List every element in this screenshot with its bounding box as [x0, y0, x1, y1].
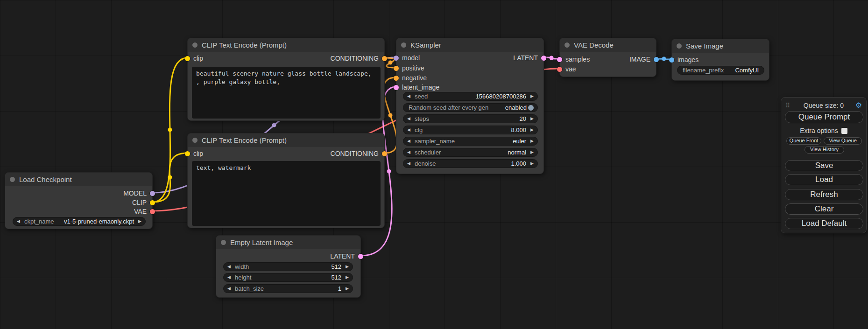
increment-arrow-icon[interactable]: ▶	[530, 137, 534, 146]
queue-prompt-button[interactable]: Queue Prompt	[785, 111, 863, 123]
increment-arrow-icon[interactable]: ▶	[530, 159, 534, 168]
increment-arrow-icon[interactable]: ▶	[138, 217, 141, 226]
clear-button[interactable]: Clear	[785, 203, 863, 215]
collapse-dot[interactable]	[401, 42, 406, 48]
node-ksampler[interactable]: KSampler model positive negative latent_…	[396, 38, 544, 174]
node-titlebar[interactable]: Save Image	[672, 39, 769, 53]
clip-slot-dot[interactable]	[185, 56, 190, 61]
conditioning-slot-dot[interactable]	[394, 76, 399, 81]
cfg-widget[interactable]: ◀ cfg 8.000 ▶	[403, 126, 538, 134]
steps-widget[interactable]: ◀ steps 20 ▶	[403, 114, 538, 123]
refresh-button[interactable]: Refresh	[785, 189, 863, 200]
decrement-arrow-icon[interactable]: ◀	[227, 262, 231, 271]
node-save-image[interactable]: Save Image images filename_prefix ComfyU…	[671, 39, 769, 81]
latent-slot-dot[interactable]	[541, 56, 546, 61]
node-clip-text-encode-negative[interactable]: CLIP Text Encode (Prompt) clip CONDITION…	[187, 133, 385, 228]
prompt-text-input[interactable]: text, watermark	[192, 161, 381, 226]
increment-arrow-icon[interactable]: ▶	[530, 126, 534, 134]
node-empty-latent-image[interactable]: Empty Latent Image LATENT ◀ width 512 ▶ …	[216, 235, 361, 298]
input-slot-samples[interactable]: samples	[557, 56, 590, 63]
collapse-dot[interactable]	[677, 43, 682, 49]
view-queue-button[interactable]: View Queue	[824, 137, 862, 145]
node-titlebar[interactable]: VAE Decode	[560, 38, 656, 52]
increment-arrow-icon[interactable]: ▶	[346, 273, 349, 282]
collapse-dot[interactable]	[221, 240, 226, 245]
input-slot-latent-image[interactable]: latent_image	[394, 84, 439, 91]
model-slot-dot[interactable]	[394, 56, 399, 61]
seed-widget[interactable]: ◀ seed 156680208700286 ▶	[403, 92, 538, 101]
queue-front-button[interactable]: Queue Front	[786, 137, 821, 145]
decrement-arrow-icon[interactable]: ◀	[227, 273, 231, 282]
prompt-text-input[interactable]: beautiful scenery nature glass bottle la…	[192, 67, 381, 119]
decrement-arrow-icon[interactable]: ◀	[407, 159, 410, 168]
input-slot-clip[interactable]: clip	[185, 150, 203, 157]
latent-slot-dot[interactable]	[358, 254, 363, 259]
node-titlebar[interactable]: CLIP Text Encode (Prompt)	[188, 38, 384, 52]
clip-slot-dot[interactable]	[150, 200, 155, 205]
vae-slot-dot[interactable]	[150, 209, 155, 214]
output-slot-model[interactable]: MODEL	[123, 189, 155, 197]
latent-slot-dot[interactable]	[394, 85, 399, 90]
output-slot-conditioning[interactable]: CONDITIONING	[331, 55, 387, 62]
decrement-arrow-icon[interactable]: ◀	[227, 284, 231, 293]
batch-size-widget[interactable]: ◀ batch_size 1 ▶	[223, 284, 353, 293]
collapse-dot[interactable]	[192, 138, 198, 143]
input-slot-vae[interactable]: vae	[557, 65, 576, 73]
increment-arrow-icon[interactable]: ▶	[530, 92, 534, 101]
node-load-checkpoint[interactable]: Load Checkpoint MODEL CLIP VAE ◀ ckpt_na…	[5, 172, 153, 229]
decrement-arrow-icon[interactable]: ◀	[407, 126, 410, 134]
random-seed-toggle-widget[interactable]: Random seed after every gen enabled	[403, 103, 538, 112]
increment-arrow-icon[interactable]: ▶	[346, 284, 349, 293]
output-slot-clip[interactable]: CLIP	[132, 199, 155, 206]
collapse-dot[interactable]	[10, 177, 15, 182]
height-widget[interactable]: ◀ height 512 ▶	[223, 273, 353, 282]
output-slot-vae[interactable]: VAE	[134, 208, 155, 215]
decrement-arrow-icon[interactable]: ◀	[407, 137, 410, 146]
increment-arrow-icon[interactable]: ▶	[346, 262, 349, 271]
output-slot-latent[interactable]: LATENT	[330, 252, 363, 260]
model-slot-dot[interactable]	[150, 191, 155, 196]
ckpt-name-widget[interactable]: ◀ ckpt_name v1-5-pruned-emaonly.ckpt ▶	[13, 217, 146, 226]
decrement-arrow-icon[interactable]: ◀	[407, 92, 410, 101]
scheduler-widget[interactable]: ◀ scheduler normal ▶	[403, 148, 538, 157]
input-slot-positive[interactable]: positive	[394, 64, 424, 72]
decrement-arrow-icon[interactable]: ◀	[407, 114, 410, 123]
collapse-dot[interactable]	[565, 42, 570, 48]
denoise-widget[interactable]: ◀ denoise 1.000 ▶	[403, 159, 538, 168]
output-slot-latent[interactable]: LATENT	[513, 54, 546, 62]
input-slot-clip[interactable]: clip	[185, 55, 203, 62]
width-widget[interactable]: ◀ width 512 ▶	[223, 262, 353, 271]
view-history-button[interactable]: View History	[804, 146, 844, 154]
input-slot-images[interactable]: images	[669, 56, 699, 63]
node-vae-decode[interactable]: VAE Decode samples vae IMAGE	[559, 38, 656, 77]
input-slot-negative[interactable]: negative	[394, 74, 427, 82]
node-clip-text-encode-positive[interactable]: CLIP Text Encode (Prompt) clip CONDITION…	[187, 38, 385, 121]
node-titlebar[interactable]: CLIP Text Encode (Prompt)	[188, 133, 384, 147]
clip-slot-dot[interactable]	[185, 151, 190, 156]
decrement-arrow-icon[interactable]: ◀	[17, 217, 20, 226]
decrement-arrow-icon[interactable]: ◀	[407, 148, 410, 157]
output-slot-image[interactable]: IMAGE	[629, 56, 659, 63]
conditioning-slot-dot[interactable]	[394, 66, 399, 71]
output-slot-conditioning[interactable]: CONDITIONING	[331, 150, 387, 157]
image-slot-dot[interactable]	[654, 57, 659, 62]
latent-slot-dot[interactable]	[557, 57, 562, 62]
extra-options-checkbox[interactable]	[841, 128, 847, 134]
node-titlebar[interactable]: Load Checkpoint	[5, 173, 152, 186]
conditioning-slot-dot[interactable]	[382, 56, 387, 61]
gear-icon[interactable]: ⚙︎	[855, 101, 862, 110]
input-slot-model[interactable]: model	[394, 54, 420, 62]
image-slot-dot[interactable]	[669, 57, 674, 63]
increment-arrow-icon[interactable]: ▶	[530, 148, 534, 157]
vae-slot-dot[interactable]	[557, 67, 562, 72]
node-titlebar[interactable]: KSampler	[396, 38, 543, 52]
drag-handle-icon[interactable]: ⠿	[785, 102, 790, 109]
filename-prefix-widget[interactable]: filename_prefix ComfyUI	[677, 66, 764, 75]
toggle-dot[interactable]	[528, 105, 534, 111]
save-button[interactable]: Save	[785, 160, 863, 171]
graph-canvas[interactable]: Load Checkpoint MODEL CLIP VAE ◀ ckpt_na…	[0, 0, 868, 329]
load-default-button[interactable]: Load Default	[785, 218, 863, 229]
sampler-name-widget[interactable]: ◀ sampler_name euler ▶	[403, 137, 538, 146]
load-button[interactable]: Load	[785, 174, 863, 185]
conditioning-slot-dot[interactable]	[382, 151, 387, 156]
